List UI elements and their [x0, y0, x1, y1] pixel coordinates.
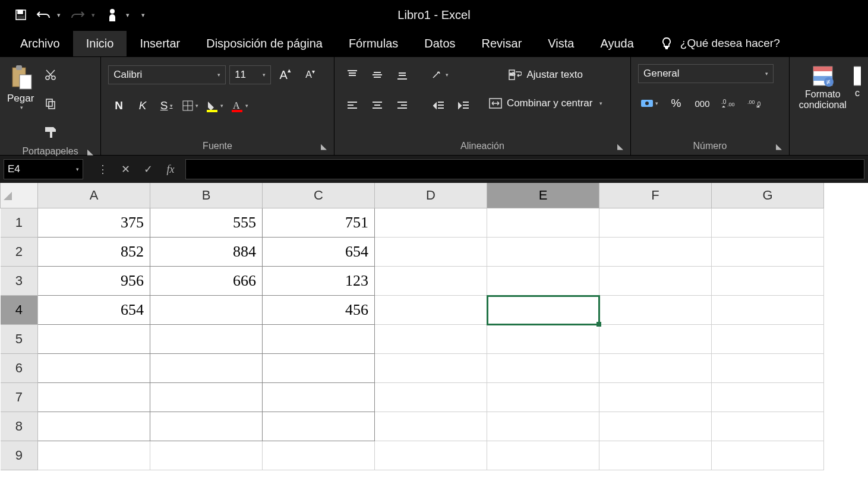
align-top-icon[interactable] [342, 64, 363, 86]
cell-B5[interactable] [150, 325, 263, 354]
format-painter-icon[interactable] [40, 121, 61, 143]
cell-A6[interactable] [38, 354, 150, 383]
dialog-launcher-icon[interactable]: ◣ [776, 142, 782, 151]
cell-A4[interactable]: 654 [38, 296, 150, 325]
tab-inicio[interactable]: Inicio [73, 31, 127, 56]
align-left-icon[interactable] [342, 95, 363, 116]
cell-G5[interactable] [712, 325, 824, 354]
cell-B8[interactable] [150, 412, 263, 441]
row-header-9[interactable]: 9 [1, 441, 38, 470]
col-header-F[interactable]: F [599, 183, 712, 208]
tab-insertar[interactable]: Insertar [127, 31, 193, 56]
cell-B2[interactable]: 884 [150, 238, 263, 267]
cell-G1[interactable] [712, 208, 824, 238]
save-icon[interactable] [12, 6, 30, 24]
cell-B9[interactable] [150, 441, 263, 470]
tab-ayuda[interactable]: Ayuda [587, 31, 646, 56]
font-color-icon[interactable]: A▾ [228, 95, 251, 116]
tab-datos[interactable]: Datos [411, 31, 468, 56]
enter-icon[interactable]: ✓ [137, 163, 159, 176]
align-bottom-icon[interactable] [392, 64, 413, 86]
align-middle-icon[interactable] [367, 64, 388, 86]
col-header-A[interactable]: A [38, 183, 150, 208]
cell-F5[interactable] [599, 325, 712, 354]
dialog-launcher-icon[interactable]: ◣ [321, 142, 327, 151]
touch-mode-icon[interactable] [103, 6, 121, 24]
cell-styles-button[interactable]: c [854, 64, 861, 99]
copy-icon[interactable] [40, 93, 61, 114]
cell-D2[interactable] [375, 238, 487, 267]
cell-E6[interactable] [487, 354, 599, 383]
cell-B3[interactable]: 666 [150, 267, 263, 296]
cell-C9[interactable] [263, 441, 375, 470]
cell-E2[interactable] [487, 238, 599, 267]
redo-dropdown-icon[interactable]: ▾ [91, 11, 95, 19]
wrap-text-button[interactable]: ab Ajustar texto [487, 64, 605, 86]
cell-G3[interactable] [712, 267, 824, 296]
row-header-4[interactable]: 4 [1, 296, 38, 325]
qat-more-icon[interactable]: ▾ [141, 11, 145, 19]
cell-D3[interactable] [375, 267, 487, 296]
paste-button[interactable]: Pegar ▾ [7, 64, 34, 110]
cell-E7[interactable] [487, 383, 599, 412]
cell-B6[interactable] [150, 354, 263, 383]
cell-D1[interactable] [375, 208, 487, 238]
cell-E3[interactable] [487, 267, 599, 296]
name-box[interactable]: E4 ▾ [4, 159, 83, 179]
row-header-2[interactable]: 2 [1, 238, 38, 267]
cell-G7[interactable] [712, 383, 824, 412]
cell-B7[interactable] [150, 383, 263, 412]
row-header-7[interactable]: 7 [1, 383, 38, 412]
conditional-format-button[interactable]: ≠ Formato condicional [797, 64, 849, 110]
currency-icon[interactable]: ▾ [638, 93, 661, 114]
cell-A2[interactable]: 852 [38, 238, 150, 267]
cell-A1[interactable]: 375 [38, 208, 150, 238]
cell-D7[interactable] [375, 383, 487, 412]
orientation-icon[interactable]: ▾ [428, 64, 451, 86]
cancel-icon[interactable]: ✕ [114, 163, 137, 176]
decrease-font-icon[interactable]: A▾ [299, 64, 321, 86]
increase-decimal-icon[interactable]: .0.00 [718, 93, 739, 114]
cell-C7[interactable] [263, 383, 375, 412]
cell-F4[interactable] [599, 296, 712, 325]
align-right-icon[interactable] [392, 95, 413, 116]
cell-C1[interactable]: 751 [263, 208, 375, 238]
row-header-5[interactable]: 5 [1, 325, 38, 354]
cell-B4[interactable] [150, 296, 263, 325]
cell-G2[interactable] [712, 238, 824, 267]
cell-F6[interactable] [599, 354, 712, 383]
tab-tellme[interactable]: ¿Qué desea hacer? [647, 31, 793, 56]
borders-icon[interactable]: ▾ [179, 95, 201, 116]
cell-C6[interactable] [263, 354, 375, 383]
dialog-launcher-icon[interactable]: ◣ [617, 142, 623, 151]
italic-button[interactable]: K [132, 95, 153, 116]
cell-E4[interactable] [487, 296, 599, 325]
increase-indent-icon[interactable] [453, 95, 475, 116]
decrease-decimal-icon[interactable]: .00.0 [744, 93, 765, 114]
decrease-indent-icon[interactable] [428, 95, 450, 116]
cell-G8[interactable] [712, 412, 824, 441]
percent-button[interactable]: % [665, 93, 687, 114]
cell-A3[interactable]: 956 [38, 267, 150, 296]
cell-D4[interactable] [375, 296, 487, 325]
tab-disposicion[interactable]: Disposición de página [193, 31, 336, 56]
cell-F2[interactable] [599, 238, 712, 267]
col-header-E[interactable]: E [487, 183, 599, 208]
cell-F9[interactable] [599, 441, 712, 470]
align-center-icon[interactable] [367, 95, 388, 116]
undo-icon[interactable] [34, 6, 52, 24]
row-header-1[interactable]: 1 [1, 208, 38, 238]
increase-font-icon[interactable]: A▴ [274, 64, 296, 86]
col-header-B[interactable]: B [150, 183, 263, 208]
cell-G6[interactable] [712, 354, 824, 383]
cell-E1[interactable] [487, 208, 599, 238]
namebox-options-icon[interactable]: ⋮ [91, 163, 114, 176]
col-header-C[interactable]: C [263, 183, 375, 208]
cell-E9[interactable] [487, 441, 599, 470]
bold-button[interactable]: N [108, 95, 130, 116]
insert-function-button[interactable]: fx [159, 163, 182, 176]
underline-button[interactable]: S▾ [156, 95, 177, 116]
font-size-combo[interactable]: 11▾ [229, 65, 271, 84]
thousands-button[interactable]: 000 [692, 93, 713, 114]
select-all-corner[interactable] [1, 183, 38, 208]
